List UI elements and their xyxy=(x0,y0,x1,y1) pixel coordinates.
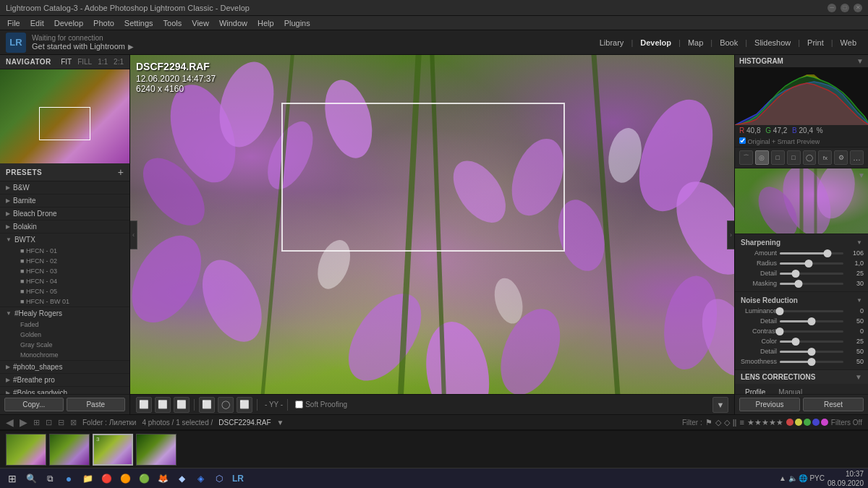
masking-slider[interactable] xyxy=(780,283,843,285)
tool-crop[interactable]: ⬜ xyxy=(136,397,152,413)
nav-print[interactable]: Print xyxy=(801,35,830,50)
zoom-fill[interactable]: FILL xyxy=(77,58,92,66)
filmstrip-thumb-3[interactable]: 3 xyxy=(93,434,133,466)
navigator-panel-header[interactable]: Navigator FIT FILL 1:1 2:1 xyxy=(0,55,129,69)
lens-profile-tab[interactable]: Profile xyxy=(741,387,770,394)
tool-radial[interactable]: ◯ xyxy=(218,397,234,413)
previous-button[interactable]: Previous xyxy=(739,398,800,411)
color-filter[interactable]: || xyxy=(733,418,737,427)
nr-color-detail-thumb[interactable] xyxy=(808,348,816,356)
taskbar-task-view[interactable]: ⧉ xyxy=(42,471,58,487)
preset-item-hfcn02[interactable]: ■ HFCN - 02 xyxy=(0,256,129,266)
navigator-preview[interactable] xyxy=(0,69,129,163)
luminance-thumb[interactable] xyxy=(776,307,784,315)
masking-thumb[interactable] xyxy=(795,280,803,288)
nr-contrast-slider[interactable] xyxy=(780,330,843,333)
paste-button[interactable]: Paste xyxy=(67,398,126,411)
right-panel-toggle[interactable]: › xyxy=(727,221,734,249)
taskbar-firefox[interactable]: 🦊 xyxy=(155,471,171,487)
preset-group-bwtx-header[interactable]: ▼ BWTX xyxy=(0,234,129,246)
preset-item-hfcn03[interactable]: ■ HFCN - 03 xyxy=(0,266,129,276)
menu-window[interactable]: Window xyxy=(215,17,252,29)
nr-color-thumb[interactable] xyxy=(792,338,800,346)
tool-expand[interactable]: ▼ xyxy=(712,397,728,413)
preset-group-shapes-header[interactable]: ▶ #photo_shapes xyxy=(0,361,129,373)
strip-grid[interactable]: ⊞ xyxy=(33,419,40,427)
systray-icons[interactable]: ▲ 🔈 🌐 xyxy=(779,474,807,482)
maximize-button[interactable]: □ xyxy=(841,4,849,12)
radius-thumb[interactable] xyxy=(804,260,812,267)
lens-section-header[interactable]: Lens Corrections ▼ xyxy=(735,370,868,384)
preset-group-barnite-header[interactable]: ▶ Barnite xyxy=(0,194,129,207)
taskbar-search[interactable]: 🔍 xyxy=(23,471,39,487)
strip-nav-prev[interactable]: ◀ xyxy=(6,417,14,427)
amount-thumb[interactable] xyxy=(824,249,832,257)
nav-develop[interactable]: Develop xyxy=(634,35,677,50)
fx-icon[interactable]: fx xyxy=(818,150,832,165)
star-filter[interactable]: ★★★★★ xyxy=(747,418,783,427)
flag-filter2[interactable]: ◇ xyxy=(715,418,721,427)
preview-checkbox[interactable] xyxy=(739,137,746,144)
preset-healy-golden[interactable]: Golden xyxy=(0,330,129,340)
menu-edit[interactable]: Edit xyxy=(26,17,48,29)
detail-icon[interactable]: ◎ xyxy=(755,150,769,165)
nr-detail-thumb[interactable] xyxy=(808,317,816,325)
zoom-1x[interactable]: 1:1 xyxy=(98,58,108,66)
amount-slider[interactable] xyxy=(780,252,843,254)
preset-item-hfcn-bw01[interactable]: ■ HFCN - BW 01 xyxy=(0,296,129,307)
strip-nav-next[interactable]: ▶ xyxy=(20,417,27,427)
filmstrip-thumb-1[interactable] xyxy=(6,434,46,466)
main-photo[interactable]: DSCF2294.RAF 12.06.2020 14:47:37 6240 x … xyxy=(130,55,734,394)
nav-library[interactable]: Library xyxy=(594,35,630,50)
taskbar-app2[interactable]: 🟠 xyxy=(117,471,133,487)
filmstrip-thumb-2[interactable] xyxy=(49,434,90,466)
preset-group-breathe-header[interactable]: ▶ #Breathe pro xyxy=(0,374,129,386)
luminance-slider[interactable] xyxy=(780,310,843,312)
start-button[interactable]: ⊞ xyxy=(4,471,20,487)
histogram-expand[interactable]: ▼ xyxy=(856,57,864,65)
menu-view[interactable]: View xyxy=(187,17,213,29)
blue-filter[interactable] xyxy=(812,419,820,426)
taskbar-chrome[interactable]: ● xyxy=(61,471,77,487)
preset-item-hfcn04[interactable]: ■ HFCN - 04 xyxy=(0,276,129,286)
preset-group-bolakin-header[interactable]: ▶ Bolakin xyxy=(0,221,129,233)
purple-filter[interactable] xyxy=(821,419,828,426)
nr-color-detail-slider[interactable] xyxy=(780,351,843,353)
filmstrip-thumb-4[interactable] xyxy=(136,434,176,466)
taskbar-app1[interactable]: 🔴 xyxy=(98,471,114,487)
taskbar-app4[interactable]: ◆ xyxy=(174,471,190,487)
taskbar-app6[interactable]: ⬡ xyxy=(211,471,227,487)
taskbar-app5[interactable]: ◈ xyxy=(192,471,208,487)
presets-panel-header[interactable]: Presets + xyxy=(0,163,129,181)
left-panel-toggle[interactable]: ‹ xyxy=(130,221,137,249)
calibration-icon[interactable]: ⚙ xyxy=(834,150,848,165)
taskbar-app3[interactable]: 🟢 xyxy=(136,471,152,487)
small-preview-image[interactable] xyxy=(735,168,868,234)
taskbar-file-explorer[interactable]: 📁 xyxy=(80,471,95,487)
more-icon[interactable]: … xyxy=(850,150,864,165)
preset-healy-monochrome[interactable]: Monochrome xyxy=(0,350,129,360)
menu-plugins[interactable]: Plugins xyxy=(280,17,315,29)
split-tone-icon[interactable]: □ xyxy=(787,150,801,165)
soft-proof-checkbox[interactable] xyxy=(295,401,303,408)
connection-subtitle[interactable]: Get started with Lightroom xyxy=(32,42,125,51)
nav-book[interactable]: Book xyxy=(714,35,744,50)
flag-filter3[interactable]: ◇ xyxy=(724,418,730,427)
strip-survey[interactable]: ⊠ xyxy=(70,419,77,427)
green-filter[interactable] xyxy=(804,419,811,426)
detail-slider[interactable] xyxy=(780,273,843,275)
filters-off-toggle[interactable]: Filters Off xyxy=(831,419,862,427)
sort-filter[interactable]: ≡ xyxy=(739,418,744,427)
nav-map[interactable]: Map xyxy=(682,35,709,50)
nr-contrast-thumb[interactable] xyxy=(776,328,784,335)
detail-thumb[interactable] xyxy=(792,270,800,278)
zoom-fit[interactable]: FIT xyxy=(61,58,72,66)
zoom-2x[interactable]: 2:1 xyxy=(114,58,124,66)
strip-loupe[interactable]: ⊡ xyxy=(46,419,52,427)
lens-icon[interactable]: ◯ xyxy=(803,150,817,165)
menu-tools[interactable]: Tools xyxy=(159,17,187,29)
preset-group-bolos-header[interactable]: ▶ #Bolos sandwich xyxy=(0,387,129,394)
radius-slider[interactable] xyxy=(780,262,843,265)
nr-detail-slider[interactable] xyxy=(780,320,843,322)
tool-spot-removal[interactable]: ⬜ xyxy=(155,397,171,413)
